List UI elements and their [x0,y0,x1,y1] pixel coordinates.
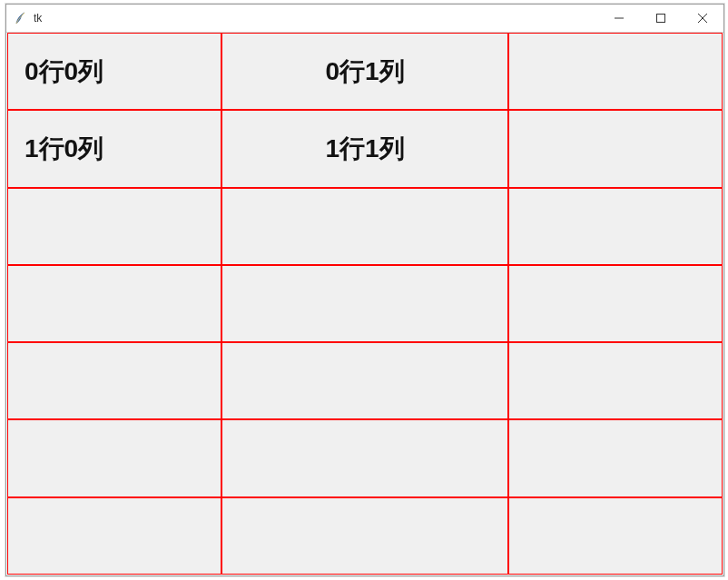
grid-cell-label: 1行0列 [25,132,103,166]
client-area: 0行0列0行1列1行0列1行1列 [7,33,723,575]
grid-cell-r4-c0 [7,342,221,419]
grid: 0行0列0行1列1行0列1行1列 [7,33,723,575]
svg-rect-1 [657,15,665,23]
grid-cell-r3-c2 [508,265,723,342]
minimize-button[interactable] [598,5,640,32]
grid-cell-r5-c1 [221,419,507,496]
grid-cell-r0-c2 [508,33,723,110]
titlebar: tk [6,5,723,33]
grid-cell-r2-c1 [221,188,507,265]
maximize-button[interactable] [640,5,682,32]
app-feather-icon [14,11,28,25]
grid-cell-r3-c0 [7,265,221,342]
grid-cell-r1-c1: 1行1列 [221,110,507,187]
grid-cell-r6-c0 [7,497,221,575]
grid-cell-r5-c2 [508,419,723,496]
grid-cell-r4-c1 [221,342,507,419]
grid-cell-label: 0行1列 [325,54,404,89]
close-button[interactable] [682,5,723,32]
grid-cell-r1-c2 [508,110,723,187]
grid-cell-r1-c0: 1行0列 [7,110,221,187]
grid-cell-r6-c2 [508,497,723,575]
grid-cell-r2-c2 [508,188,723,265]
grid-cell-r5-c0 [7,419,221,496]
grid-cell-r0-c1: 0行1列 [221,33,507,110]
grid-cell-r2-c0 [7,188,221,265]
grid-cell-label: 0行0列 [25,54,103,89]
grid-cell-r4-c2 [508,342,723,419]
grid-cell-r3-c1 [221,265,507,342]
grid-cell-r0-c0: 0行0列 [7,33,221,110]
grid-cell-label: 1行1列 [325,132,404,166]
app-window: tk 0行0列0行1列1行0列1行1列 [5,4,724,576]
grid-cell-r6-c1 [221,497,507,575]
window-title: tk [34,12,42,25]
